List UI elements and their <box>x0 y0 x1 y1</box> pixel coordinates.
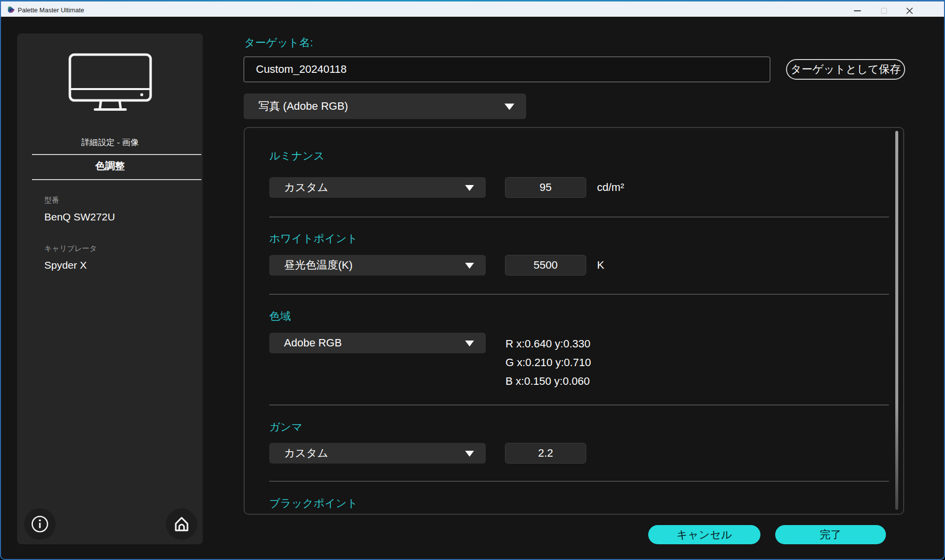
luminance-dropdown[interactable]: カスタム <box>269 177 486 198</box>
luminance-dropdown-value: カスタム <box>284 177 328 198</box>
white-point-value-field[interactable]: 5500 <box>505 255 586 276</box>
chevron-down-icon <box>465 185 474 191</box>
target-name-input[interactable] <box>244 57 770 82</box>
sidebar-tab-color-adjustment[interactable]: 色調整 <box>17 159 203 173</box>
chevron-down-icon <box>504 104 514 110</box>
model-label: 型番 <box>44 196 59 205</box>
sidebar-mode-label: 詳細設定 - 画像 <box>17 137 203 148</box>
monitor-icon <box>68 53 152 117</box>
settings-panel: ルミナンス カスタム 95 cd/m² ホワイトポイント 昼光色温度(K) 55… <box>244 127 904 515</box>
target-name-label: ターゲット名: <box>244 35 313 50</box>
gamut-heading: 色域 <box>269 309 291 324</box>
gamut-primary-blue: B x:0.150 y:0.060 <box>505 372 591 391</box>
maximize-icon <box>881 8 887 14</box>
gamma-dropdown[interactable]: カスタム <box>269 443 486 464</box>
done-button[interactable]: 完了 <box>775 525 886 544</box>
preset-dropdown-value: 写真 (Adobe RGB) <box>258 93 348 119</box>
home-button[interactable] <box>166 508 197 540</box>
white-point-dropdown-value: 昼光色温度(K) <box>284 255 352 276</box>
white-point-dropdown[interactable]: 昼光色温度(K) <box>269 255 486 276</box>
chevron-down-icon <box>465 341 474 346</box>
section-divider <box>269 481 889 482</box>
close-icon <box>906 7 913 14</box>
black-point-heading: ブラックポイント <box>269 496 358 511</box>
minimize-button[interactable] <box>849 3 866 18</box>
gamma-value-field[interactable]: 2.2 <box>505 443 586 464</box>
palette-master-logo-icon <box>6 5 16 15</box>
white-point-heading: ホワイトポイント <box>269 231 358 246</box>
gamma-heading: ガンマ <box>269 420 303 435</box>
gamut-primary-green: G x:0.210 y:0.710 <box>505 353 591 372</box>
calibrator-value: Spyder X <box>44 259 87 271</box>
gamut-primary-red: R x:0.640 y:0.330 <box>505 335 591 353</box>
chevron-down-icon <box>465 263 474 269</box>
white-point-unit: K <box>597 255 604 276</box>
section-divider <box>269 404 889 405</box>
home-icon <box>172 515 191 533</box>
section-divider <box>269 294 889 295</box>
luminance-unit: cd/m² <box>597 177 624 198</box>
luminance-heading: ルミナンス <box>269 149 325 163</box>
info-button[interactable] <box>24 508 56 540</box>
close-button[interactable] <box>901 3 918 18</box>
sidebar-divider <box>32 179 201 180</box>
model-value: BenQ SW272U <box>44 211 115 223</box>
sidebar-divider <box>32 154 201 155</box>
info-icon <box>30 514 50 534</box>
calibrator-label: キャリブレータ <box>44 244 97 253</box>
sidebar: 詳細設定 - 画像 色調整 型番 BenQ SW272U キャリブレータ Spy… <box>17 33 203 544</box>
preset-dropdown[interactable]: 写真 (Adobe RGB) <box>244 93 526 119</box>
minimize-icon <box>854 10 861 11</box>
window-title: Palette Master Ultimate <box>18 3 84 18</box>
gamma-dropdown-value: カスタム <box>284 443 328 464</box>
cancel-button[interactable]: キャンセル <box>648 525 760 544</box>
chevron-down-icon <box>465 451 474 457</box>
section-divider <box>269 217 889 218</box>
maximize-button[interactable] <box>875 3 893 18</box>
gamut-dropdown-value: Adobe RGB <box>284 333 342 353</box>
app-window: Palette Master Ultimate 詳細設定 - 画像 <box>0 0 945 560</box>
gamut-dropdown[interactable]: Adobe RGB <box>269 333 486 353</box>
panel-scrollbar[interactable] <box>895 131 898 510</box>
save-as-target-button[interactable]: ターゲットとして保存 <box>786 59 905 80</box>
gamut-primaries: R x:0.640 y:0.330 G x:0.210 y:0.710 B x:… <box>505 335 591 391</box>
luminance-value-field[interactable]: 95 <box>505 177 586 198</box>
titlebar: Palette Master Ultimate <box>1 0 944 17</box>
